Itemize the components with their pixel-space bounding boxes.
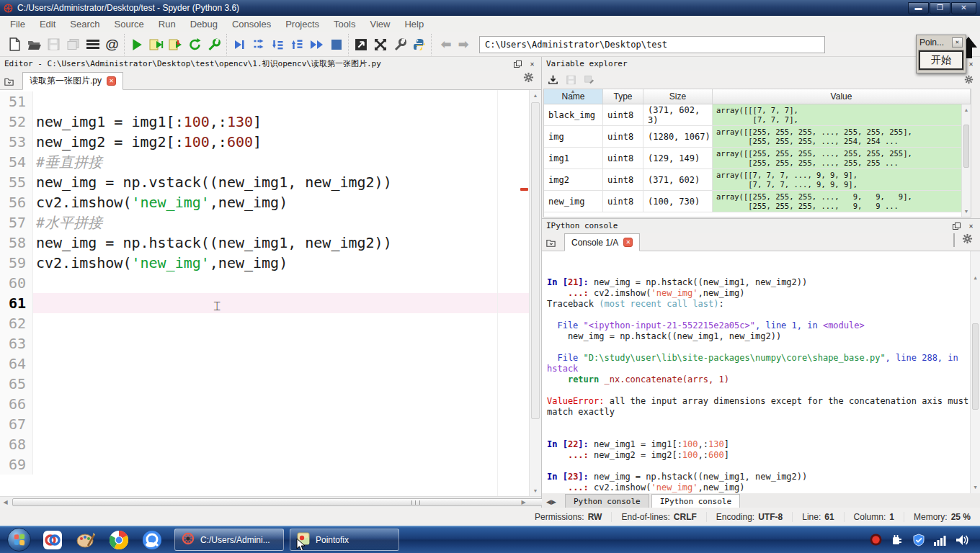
scroll-up-icon[interactable]: ▲ — [962, 104, 971, 115]
menu-item-projects[interactable]: Projects — [278, 17, 326, 32]
save-file-icon[interactable] — [44, 35, 63, 54]
menu-item-help[interactable]: Help — [397, 17, 431, 32]
editor-horizontal-scrollbar[interactable]: ◀ ▶ — [0, 496, 541, 508]
minimize-button[interactable]: ▬ — [908, 2, 929, 14]
error-marker[interactable] — [520, 188, 528, 191]
console-tab-close-icon[interactable]: ✕ — [623, 238, 633, 247]
code-line[interactable]: 69 — [0, 454, 529, 475]
menu-item-edit[interactable]: Edit — [32, 17, 63, 32]
console-stop-icon[interactable] — [953, 234, 955, 247]
scroll-down-icon[interactable]: ▼ — [962, 206, 971, 217]
code-line[interactable]: 61 — [0, 293, 529, 313]
save-data-icon[interactable] — [566, 76, 576, 84]
code-line[interactable]: 57#水平拼接 — [0, 212, 529, 233]
pointofix-close-icon[interactable]: ✕ — [952, 37, 963, 48]
step-return-icon[interactable] — [288, 35, 307, 54]
browse-tabs-icon[interactable] — [546, 238, 556, 247]
pointofix-titlebar[interactable]: Poin... ✕ — [917, 35, 966, 49]
save-all-icon[interactable] — [63, 35, 83, 54]
bottom-tab-ipython-console[interactable]: IPython console — [651, 494, 740, 508]
scroll-up-icon[interactable]: ▲ — [971, 273, 980, 284]
run-cell-icon[interactable] — [146, 35, 166, 54]
power-plug-tray-icon[interactable] — [891, 534, 904, 547]
code-line[interactable]: 51 — [0, 91, 529, 112]
code-line[interactable]: 59cv2.imshow('new_img',new_img) — [0, 253, 529, 273]
taskbar-button-spyder[interactable]: C:/Users/Admini... — [174, 529, 284, 551]
editor-options-gear-icon[interactable] — [523, 72, 534, 86]
variable-table-scrollbar[interactable]: ▲ ▼ — [961, 104, 971, 217]
editor-vertical-scrollbar[interactable]: ▲ ▼ — [529, 90, 541, 496]
open-file-icon[interactable] — [24, 35, 44, 54]
new-file-icon[interactable] — [5, 35, 24, 54]
pointofix-start-button[interactable]: 开始 — [919, 50, 963, 70]
nav-forward-icon[interactable]: ➡ — [455, 37, 472, 52]
menu-item-file[interactable]: File — [3, 17, 32, 32]
working-directory-input[interactable] — [479, 36, 825, 53]
column-header-type[interactable]: Type — [603, 89, 643, 104]
code-line[interactable]: 62 — [0, 313, 529, 333]
code-line[interactable]: 63 — [0, 333, 529, 354]
editor-vscroll-thumb[interactable] — [531, 102, 540, 419]
continue-icon[interactable] — [307, 35, 326, 54]
menu-item-source[interactable]: Source — [107, 17, 151, 32]
run-cell-advance-icon[interactable] — [166, 35, 185, 54]
quark-browser-icon[interactable] — [142, 530, 162, 550]
column-header-size[interactable]: Size — [643, 89, 713, 104]
code-line[interactable]: 66 — [0, 394, 529, 414]
code-line[interactable]: 58new_img = np.hstack((new_img1, new_img… — [0, 233, 529, 253]
console-scrollbar[interactable]: ▲ ▼ — [970, 251, 980, 493]
rerun-cell-icon[interactable] — [185, 35, 205, 54]
variable-scroll-thumb[interactable] — [963, 125, 969, 168]
paint-icon[interactable] — [76, 530, 96, 550]
bottom-tab-python-console[interactable]: Python console — [565, 494, 649, 508]
run-configure-icon[interactable] — [205, 35, 224, 54]
python-logo-icon[interactable] — [409, 35, 429, 54]
undock-pane-icon[interactable] — [513, 60, 522, 68]
console-scroll-thumb[interactable] — [972, 323, 979, 410]
close-pane-icon[interactable]: ✕ — [527, 60, 537, 68]
browse-tabs-icon[interactable] — [4, 77, 14, 86]
menu-item-search[interactable]: Search — [63, 17, 107, 32]
volume-tray-icon[interactable] — [956, 534, 968, 547]
menu-item-view[interactable]: View — [362, 17, 397, 32]
nav-back-icon[interactable]: ⬅ — [437, 37, 455, 52]
variable-explorer-gear-icon[interactable] — [964, 76, 974, 84]
run-file-icon[interactable] — [127, 35, 146, 54]
menu-item-debug[interactable]: Debug — [183, 17, 225, 32]
step-into-icon[interactable] — [268, 35, 288, 54]
code-line[interactable]: 54#垂直拼接 — [0, 152, 529, 172]
table-row[interactable]: black_imguint8(371, 602, 3)array([[[7, 7… — [544, 104, 971, 126]
editor-tab-close-icon[interactable]: ✕ — [107, 76, 116, 86]
table-row[interactable]: img1uint8(129, 149)array([[255, 255, 255… — [544, 148, 971, 169]
stop-debug-icon[interactable] — [326, 35, 346, 54]
close-button[interactable]: ✕ — [951, 2, 976, 14]
code-line[interactable]: 53new_img2 = img2[:100,:600] — [0, 132, 529, 152]
menu-item-tools[interactable]: Tools — [326, 17, 362, 32]
tools-icon[interactable] — [390, 35, 409, 54]
console-tab[interactable]: Console 1/A ✕ — [564, 233, 640, 251]
symbol-finder-icon[interactable]: @ — [102, 35, 122, 54]
debug-step-icon[interactable] — [249, 35, 268, 54]
scroll-right-icon[interactable]: ▶ — [518, 497, 529, 508]
tab-scroll-left-icon[interactable]: ◀▶ — [546, 498, 556, 505]
scroll-down-icon[interactable]: ▼ — [971, 482, 980, 493]
code-line[interactable]: 67 — [0, 414, 529, 434]
code-line[interactable]: 68 — [0, 434, 529, 454]
code-line[interactable]: 55new_img = np.vstack((new_img1, new_img… — [0, 172, 529, 192]
save-data-as-icon[interactable] — [584, 76, 594, 84]
column-header-name[interactable]: ▲Name — [544, 89, 603, 104]
security-shield-tray-icon[interactable] — [912, 534, 925, 547]
scroll-up-icon[interactable]: ▲ — [530, 90, 541, 101]
start-button[interactable] — [7, 528, 31, 552]
file-switcher-icon[interactable] — [83, 35, 102, 54]
code-line[interactable]: 60 — [0, 273, 529, 293]
debug-file-icon[interactable] — [229, 35, 249, 54]
code-line[interactable]: 56cv2.imshow('new_img',new_img) — [0, 192, 529, 212]
code-line[interactable]: 65 — [0, 374, 529, 394]
undock-pane-icon[interactable] — [952, 222, 961, 230]
code-editor[interactable]: ⌶ 51 52new_img1 = img1[:100,:130]53new_i… — [0, 90, 541, 496]
table-row[interactable]: imguint8(1280, 1067)array([[255, 255, 25… — [544, 126, 971, 148]
table-row[interactable]: img2uint8(371, 602)array([[7, 7, 7, ...,… — [544, 169, 971, 191]
menu-item-run[interactable]: Run — [151, 17, 183, 32]
editor-tab[interactable]: 读取第一张图片.py ✕ — [22, 72, 123, 90]
